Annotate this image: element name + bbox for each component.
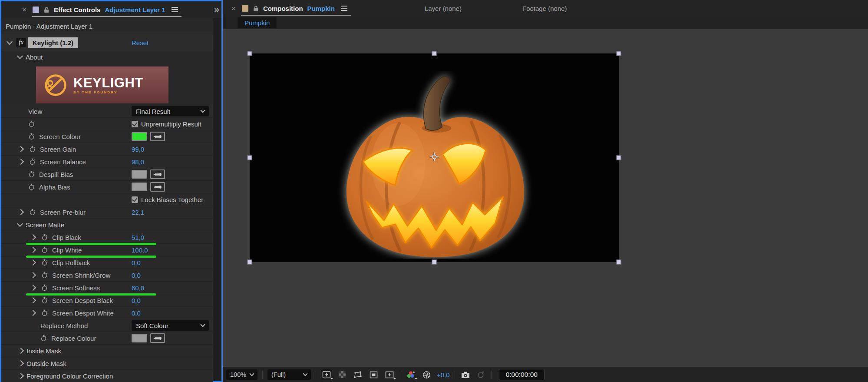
eyedropper-button[interactable] xyxy=(150,333,165,343)
expander-icon[interactable] xyxy=(30,234,36,240)
selection-handle[interactable] xyxy=(248,260,252,265)
composition-viewport[interactable] xyxy=(223,29,868,367)
dropdown-value: Soft Colour xyxy=(136,322,168,329)
expander-icon[interactable] xyxy=(18,146,24,152)
collapse-effect-icon[interactable] xyxy=(7,39,13,45)
fx-badge-icon[interactable]: fx xyxy=(16,38,26,47)
expander-icon[interactable] xyxy=(18,348,24,354)
expander-icon[interactable] xyxy=(18,373,24,379)
expander-icon[interactable] xyxy=(18,360,24,366)
stopwatch-icon[interactable] xyxy=(29,146,36,153)
eyedropper-button[interactable] xyxy=(150,132,165,141)
stopwatch-icon[interactable] xyxy=(41,234,48,241)
param-value[interactable]: 0,0 xyxy=(132,272,141,279)
expander-icon[interactable] xyxy=(30,297,36,303)
stopwatch-icon[interactable] xyxy=(28,171,35,178)
stopwatch-icon[interactable] xyxy=(41,259,48,266)
selection-handle[interactable] xyxy=(617,156,621,160)
param-value[interactable]: 100,0 xyxy=(132,246,148,254)
param-label: Screen Despot Black xyxy=(52,297,113,304)
selection-handle[interactable] xyxy=(248,51,252,56)
selection-handle[interactable] xyxy=(248,156,252,160)
view-dropdown[interactable]: Final Result xyxy=(132,106,209,116)
param-value[interactable]: 0,0 xyxy=(132,309,141,317)
stopwatch-icon[interactable] xyxy=(29,158,36,165)
selection-handle[interactable] xyxy=(432,260,437,265)
panel-expand-icon[interactable]: » xyxy=(214,4,218,14)
stopwatch-icon[interactable] xyxy=(29,209,36,216)
unpremultiply-checkbox[interactable] xyxy=(132,121,138,127)
jack-o-lantern-graphic[interactable] xyxy=(332,71,538,259)
param-value[interactable]: 98,0 xyxy=(132,158,144,166)
close-panel-icon[interactable]: × xyxy=(22,6,26,13)
stopwatch-icon[interactable] xyxy=(41,272,48,279)
fast-previews-icon[interactable] xyxy=(321,369,332,380)
panel-color-icon xyxy=(33,7,39,13)
close-panel-icon[interactable]: × xyxy=(231,5,236,12)
composition-frame[interactable] xyxy=(250,53,619,262)
stopwatch-icon[interactable] xyxy=(41,246,48,253)
stopwatch-icon[interactable] xyxy=(28,133,35,140)
lock-icon[interactable] xyxy=(253,5,259,12)
show-snapshot-icon[interactable] xyxy=(476,369,486,380)
lock-biases-checkbox[interactable] xyxy=(132,196,138,203)
expander-icon[interactable] xyxy=(30,272,36,278)
alpha-bias-swatch[interactable] xyxy=(132,183,147,191)
collapse-group-icon[interactable] xyxy=(17,221,23,227)
about-label: About xyxy=(26,53,43,61)
replace-method-dropdown[interactable]: Soft Colour xyxy=(132,320,209,331)
stopwatch-icon[interactable] xyxy=(40,335,47,342)
selection-handle[interactable] xyxy=(432,51,437,56)
expander-icon[interactable] xyxy=(30,247,36,253)
lock-icon[interactable] xyxy=(43,7,50,13)
param-value[interactable]: 0,0 xyxy=(132,297,141,304)
collapse-about-icon[interactable] xyxy=(17,53,23,59)
stopwatch-icon[interactable] xyxy=(41,309,48,316)
stopwatch-icon[interactable] xyxy=(28,120,35,127)
param-value[interactable]: 51,0 xyxy=(132,234,144,241)
tab-composition[interactable]: Composition Pumpkin xyxy=(241,0,351,17)
expander-icon[interactable] xyxy=(18,159,24,165)
anchor-point-icon[interactable] xyxy=(429,152,439,162)
resolution-dropdown[interactable]: (Full) xyxy=(267,369,311,380)
expander-icon[interactable] xyxy=(30,310,36,316)
screen-colour-swatch[interactable] xyxy=(132,132,147,141)
tab-footage[interactable]: Footage (none) xyxy=(522,5,567,12)
expander-icon[interactable] xyxy=(30,259,36,266)
reset-button[interactable]: Reset xyxy=(132,39,149,47)
comp-breadcrumb[interactable]: Pumpkin xyxy=(238,17,277,28)
stopwatch-icon[interactable] xyxy=(41,284,48,291)
effect-name[interactable]: Keylight (1.2) xyxy=(28,37,78,48)
magnification-dropdown[interactable]: 100% xyxy=(226,369,257,380)
tab-effect-controls[interactable]: Effect Controls Adjustment Layer 1 xyxy=(32,1,182,18)
region-of-interest-icon[interactable] xyxy=(368,370,379,380)
param-value[interactable]: 22,1 xyxy=(132,209,144,216)
expander-icon[interactable] xyxy=(18,209,24,215)
tab-layer[interactable]: Layer (none) xyxy=(425,5,462,12)
selection-handle[interactable] xyxy=(617,51,621,56)
panel-menu-icon[interactable] xyxy=(172,9,178,10)
exposure-value[interactable]: +0,0 xyxy=(437,371,450,379)
reset-exposure-icon[interactable] xyxy=(421,369,432,380)
panel-menu-icon[interactable] xyxy=(341,8,347,9)
stopwatch-icon[interactable] xyxy=(41,297,48,304)
param-value[interactable]: 99,0 xyxy=(132,146,144,153)
eyedropper-button[interactable] xyxy=(150,182,165,192)
param-row-clip-rollback: Clip Rollback 0,0 xyxy=(1,256,213,269)
snapshot-camera-icon[interactable] xyxy=(460,370,471,380)
current-time-display[interactable]: 0:00:00:00 xyxy=(499,369,545,380)
param-value[interactable]: 0,0 xyxy=(132,259,141,266)
mask-visibility-icon[interactable] xyxy=(352,369,363,380)
transparency-grid-icon[interactable] xyxy=(337,369,347,380)
replace-colour-swatch[interactable] xyxy=(132,334,147,342)
eyedropper-button[interactable] xyxy=(150,169,165,179)
grid-and-guides-icon[interactable] xyxy=(384,370,395,380)
chevron-down-icon xyxy=(200,322,205,327)
selection-handle[interactable] xyxy=(617,260,621,265)
despill-bias-swatch[interactable] xyxy=(132,170,147,179)
expander-icon[interactable] xyxy=(30,285,36,291)
effect-controls-scrollbar[interactable] xyxy=(213,18,221,381)
param-value[interactable]: 60,0 xyxy=(132,284,144,292)
show-channel-icon[interactable] xyxy=(405,369,416,380)
stopwatch-icon[interactable] xyxy=(28,183,35,190)
